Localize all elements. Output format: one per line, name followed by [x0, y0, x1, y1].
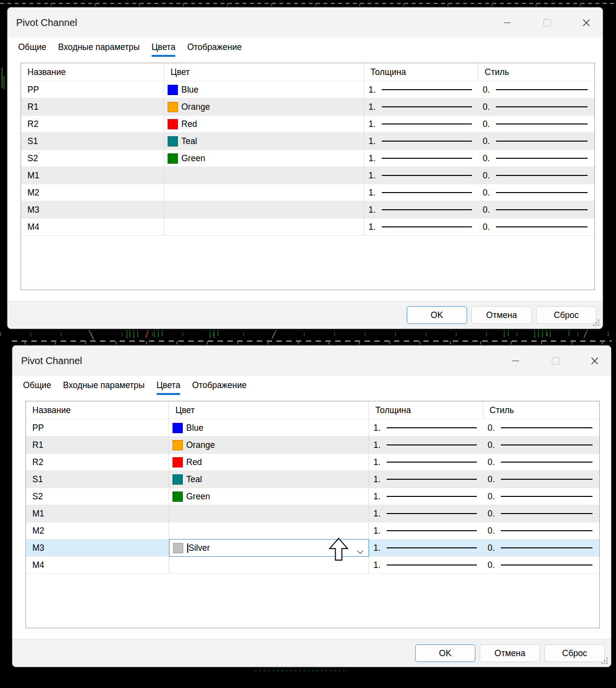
row-color-cell[interactable] [164, 167, 364, 184]
row-style-cell[interactable]: 0. [478, 219, 594, 235]
row-style-cell[interactable]: 0. [483, 522, 599, 539]
row-thickness-cell[interactable]: 1. [369, 540, 483, 556]
table-row[interactable]: R2Red1.0. [21, 116, 594, 133]
minimize-button[interactable] [504, 345, 527, 376]
ok-button[interactable]: OK [407, 306, 467, 324]
row-thickness-cell[interactable]: 1. [364, 184, 478, 201]
row-color-cell[interactable]: Orange [164, 98, 364, 115]
row-thickness-cell[interactable]: 1. [364, 167, 478, 184]
table-row[interactable]: M31.0.Silver [26, 540, 599, 557]
table-row[interactable]: S1Teal1.0. [21, 133, 594, 150]
row-thickness-cell[interactable]: 1. [369, 437, 483, 453]
row-style-cell[interactable]: 0. [478, 116, 594, 132]
row-style-cell[interactable]: 0. [483, 471, 599, 488]
reset-button[interactable]: Сброс [536, 306, 596, 324]
row-style-cell[interactable]: 0. [483, 557, 599, 573]
tab-colors[interactable]: Цвета [151, 41, 175, 57]
table-row[interactable]: M21.0. [21, 184, 594, 201]
table-row[interactable]: R1Orange1.0. [26, 437, 599, 454]
maximize-button[interactable] [536, 7, 558, 38]
resize-grip[interactable] [598, 319, 599, 321]
row-thickness-cell[interactable]: 1. [369, 488, 483, 505]
tab-inputs[interactable]: Входные параметры [58, 41, 140, 52]
row-style-cell[interactable]: 0. [478, 133, 594, 149]
table-row[interactable]: R1Orange1.0. [21, 98, 594, 116]
color-combobox[interactable]: Silver [169, 539, 369, 557]
row-color-cell[interactable]: Teal [164, 133, 364, 149]
row-color-cell[interactable]: Orange [169, 437, 369, 453]
row-style-cell[interactable]: 0. [478, 81, 594, 98]
row-thickness-cell[interactable]: 1. [369, 454, 483, 470]
style-line-sample [496, 89, 588, 90]
row-color-cell[interactable] [169, 505, 369, 522]
table-row[interactable]: M21.0. [26, 522, 599, 540]
table-row[interactable]: S2Green1.0. [21, 150, 594, 167]
row-style-cell[interactable]: 0. [483, 437, 599, 453]
row-color-cell[interactable]: Red [164, 116, 364, 132]
row-color-cell[interactable] [169, 522, 369, 539]
table-row[interactable]: M31.0. [21, 201, 594, 219]
row-thickness-cell[interactable]: 1. [369, 557, 483, 573]
table-row[interactable]: M41.0. [26, 557, 599, 574]
close-button[interactable] [575, 7, 597, 38]
row-name-cell: M4 [21, 219, 164, 235]
row-thickness-cell[interactable]: 1. [369, 471, 483, 488]
row-thickness-cell[interactable]: 1. [364, 150, 478, 167]
maximize-button[interactable] [544, 345, 567, 376]
thickness-value: 1. [373, 560, 384, 570]
row-color-cell[interactable] [164, 219, 364, 235]
row-thickness-cell[interactable]: 1. [369, 505, 483, 522]
row-color-cell[interactable] [169, 557, 369, 573]
table-row[interactable]: M11.0. [21, 167, 594, 184]
row-style-cell[interactable]: 0. [478, 184, 594, 201]
row-color-cell[interactable] [164, 184, 364, 201]
chevron-down-icon[interactable] [357, 546, 364, 557]
tab-common[interactable]: Общие [23, 379, 51, 391]
close-button[interactable] [583, 345, 606, 376]
table-row[interactable]: S1Teal1.0. [26, 471, 599, 488]
row-thickness-cell[interactable]: 1. [364, 219, 478, 235]
row-thickness-cell[interactable]: 1. [369, 522, 483, 539]
table-row[interactable]: M41.0. [21, 219, 594, 236]
cancel-button[interactable]: Отмена [471, 306, 532, 324]
row-thickness-cell[interactable]: 1. [369, 419, 483, 436]
ok-button[interactable]: OK [415, 644, 475, 662]
table-row[interactable]: S2Green1.0. [26, 488, 599, 505]
row-color-cell[interactable]: Blue [164, 81, 364, 98]
table-row[interactable]: R2Red1.0. [26, 454, 599, 471]
row-style-cell[interactable]: 0. [483, 505, 599, 522]
row-color-cell[interactable]: Green [169, 488, 369, 505]
row-style-cell[interactable]: 0. [478, 150, 594, 167]
row-thickness-cell[interactable]: 1. [364, 201, 478, 218]
row-color-cell[interactable]: Blue [169, 419, 369, 436]
titlebar[interactable]: Pivot Channel [7, 7, 603, 38]
tab-visualization[interactable]: Отображение [187, 41, 242, 52]
row-style-cell[interactable]: 0. [483, 454, 599, 470]
resize-grip[interactable] [606, 658, 608, 659]
tab-visualization[interactable]: Отображение [192, 379, 246, 391]
row-color-cell[interactable]: Red [169, 454, 369, 470]
table-row[interactable]: M11.0. [26, 505, 599, 522]
tab-inputs[interactable]: Входные параметры [63, 379, 145, 391]
minimize-button[interactable] [496, 7, 518, 38]
reset-button[interactable]: Сброс [544, 644, 605, 662]
row-color-cell[interactable]: Green [164, 150, 364, 167]
row-style-cell[interactable]: 0. [478, 167, 594, 184]
row-color-cell[interactable] [164, 201, 364, 218]
row-style-cell[interactable]: 0. [483, 419, 599, 436]
row-thickness-cell[interactable]: 1. [364, 133, 478, 149]
cancel-button[interactable]: Отмена [480, 644, 540, 662]
row-style-cell[interactable]: 0. [478, 201, 594, 218]
tab-colors[interactable]: Цвета [156, 379, 180, 395]
tab-common[interactable]: Общие [18, 41, 47, 52]
table-row[interactable]: PPBlue1.0. [26, 419, 599, 437]
row-style-cell[interactable]: 0. [478, 98, 594, 115]
row-thickness-cell[interactable]: 1. [364, 116, 478, 132]
row-thickness-cell[interactable]: 1. [364, 81, 478, 98]
row-thickness-cell[interactable]: 1. [364, 98, 478, 115]
row-color-cell[interactable]: Teal [169, 471, 369, 488]
row-style-cell[interactable]: 0. [483, 488, 599, 505]
titlebar[interactable]: Pivot Channel [12, 345, 611, 376]
table-row[interactable]: PPBlue1.0. [21, 81, 594, 98]
row-style-cell[interactable]: 0. [483, 540, 599, 556]
